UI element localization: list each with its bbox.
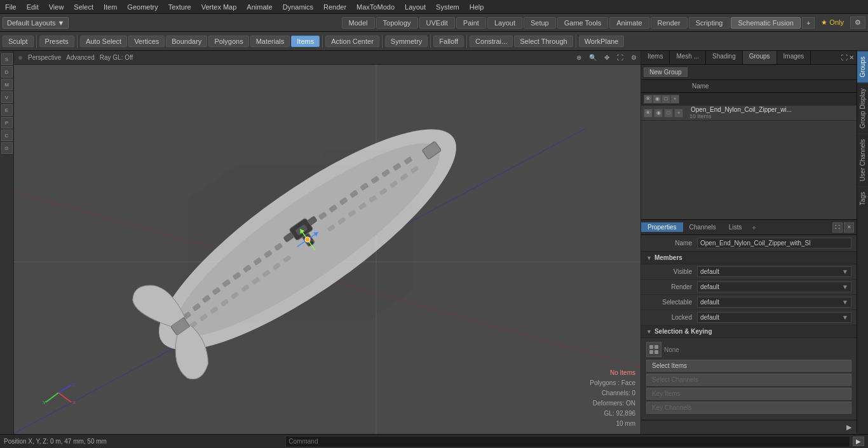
star-only-button[interactable]: ★ Only xyxy=(816,17,849,28)
select-through-button[interactable]: Select Through xyxy=(514,36,573,47)
workplane-button[interactable]: WorkPlane xyxy=(579,36,625,47)
rp-tab-groups[interactable]: Groups xyxy=(743,51,777,64)
gi-add-icon[interactable]: + xyxy=(674,109,683,118)
viewport-canvas[interactable]: X Z Y No Items Polygons : Face Channels:… xyxy=(14,65,641,434)
sculpt-button[interactable]: Sculpt xyxy=(3,36,34,47)
sel-key-section-header[interactable]: ▼ Selection & Keying xyxy=(641,325,857,338)
gi-eye-icon[interactable]: 👁 xyxy=(644,95,653,104)
layout-tab-uvedit[interactable]: UVEdit xyxy=(419,17,455,29)
action-center-button[interactable]: Action Center xyxy=(325,36,379,47)
sidebar-tool-6[interactable]: P xyxy=(1,117,13,128)
menu-select[interactable]: Select xyxy=(69,2,98,12)
visible-dropdown[interactable]: default ▼ xyxy=(697,266,851,277)
layout-dropdown[interactable]: Default Layouts ▼ xyxy=(3,17,69,29)
menu-animate[interactable]: Animate xyxy=(241,2,277,12)
menu-file[interactable]: File xyxy=(0,2,22,12)
sidebar-tool-4[interactable]: V xyxy=(1,92,13,103)
polygons-button[interactable]: Polygons xyxy=(208,36,248,47)
layout-tab-gametools[interactable]: Game Tools xyxy=(557,17,609,29)
viewport-zoom-icon[interactable]: 🔍 xyxy=(589,54,597,61)
command-input-area[interactable] xyxy=(285,436,850,447)
presets-button[interactable]: Presets xyxy=(39,36,74,47)
menu-maxtomodo[interactable]: MaxToModo xyxy=(351,2,400,12)
rs-tab-groups[interactable]: Groups xyxy=(857,51,868,83)
layout-tab-render[interactable]: Render xyxy=(651,17,688,29)
rs-tab-group-display[interactable]: Group Display xyxy=(857,83,868,133)
gi-vis-icon[interactable]: 👁 xyxy=(644,109,653,118)
command-exec-button[interactable]: ▶ xyxy=(853,437,864,446)
viewport-fit-icon[interactable]: ⛶ xyxy=(617,54,623,61)
panel-expand-icon[interactable]: ⛶ xyxy=(841,54,848,61)
select-items-button[interactable]: Select Items xyxy=(646,360,851,372)
menu-geometry[interactable]: Geometry xyxy=(122,2,163,12)
layout-add-tab[interactable]: + xyxy=(802,17,815,29)
rp-tab-mesh[interactable]: Mesh ... xyxy=(670,51,706,64)
rs-tab-user-channels[interactable]: User Channels xyxy=(857,133,868,186)
layout-settings[interactable]: ⚙ xyxy=(850,17,865,29)
panel-collapse-icon[interactable]: ✕ xyxy=(849,54,854,61)
gi-plus-icon[interactable]: + xyxy=(670,95,679,104)
sidebar-tool-7[interactable]: C xyxy=(1,130,13,141)
items-button[interactable]: Items xyxy=(291,36,320,47)
command-input[interactable] xyxy=(288,438,847,445)
layout-tab-topology[interactable]: Topology xyxy=(376,17,418,29)
group-item[interactable]: 👁 ◉ □ + Open_End_Nylon_Coil_Zipper_wi...… xyxy=(641,105,857,121)
menu-render[interactable]: Render xyxy=(318,2,351,12)
sidebar-tool-2[interactable]: D xyxy=(1,66,13,78)
sidebar-tool-8[interactable]: ⊙ xyxy=(1,142,13,154)
falloff-button[interactable]: Falloff xyxy=(433,36,464,47)
viewport-pan-icon[interactable]: ✥ xyxy=(604,54,609,61)
sidebar-tool-3[interactable]: M xyxy=(1,79,13,90)
props-tab-lists[interactable]: Lists xyxy=(722,222,749,232)
sidebar-tool-5[interactable]: E xyxy=(1,104,13,116)
menu-view[interactable]: View xyxy=(44,2,69,12)
viewport-settings-icon[interactable]: ⚙ xyxy=(631,54,637,61)
menu-item[interactable]: Item xyxy=(98,2,122,12)
sidebar-tool-1[interactable]: S xyxy=(1,53,13,65)
rs-tab-tags[interactable]: Tags xyxy=(857,186,868,210)
props-action-collapse[interactable]: ✕ xyxy=(844,222,854,233)
gi-rend-icon[interactable]: ◉ xyxy=(654,109,663,118)
menu-layout[interactable]: Layout xyxy=(400,2,431,12)
selectable-dropdown[interactable]: default ▼ xyxy=(697,297,851,308)
layout-tab-paint[interactable]: Paint xyxy=(456,17,486,29)
props-tab-properties[interactable]: Properties xyxy=(641,222,683,232)
gi-sel-icon[interactable]: □ xyxy=(664,109,673,118)
members-section-header[interactable]: ▼ Members xyxy=(641,252,857,264)
menu-texture[interactable]: Texture xyxy=(163,2,196,12)
locked-dropdown[interactable]: default ▼ xyxy=(697,312,851,323)
new-group-button[interactable]: New Group xyxy=(644,67,688,77)
name-input[interactable] xyxy=(697,238,851,248)
layout-tab-setup[interactable]: Setup xyxy=(524,17,556,29)
select-channels-button[interactable]: Select Channels xyxy=(646,374,851,386)
key-channels-button[interactable]: Key Channels xyxy=(646,402,851,414)
gi-geo-icon[interactable]: □ xyxy=(661,95,670,104)
props-expand-arrow[interactable]: ▶ xyxy=(846,423,851,431)
layout-tab-layout[interactable]: Layout xyxy=(487,17,522,29)
boundary-button[interactable]: Boundary xyxy=(166,36,207,47)
auto-select-button[interactable]: Auto Select xyxy=(80,36,127,47)
vertices-button[interactable]: Vertices xyxy=(128,36,165,47)
menu-edit[interactable]: Edit xyxy=(22,2,44,12)
layout-tab-animate[interactable]: Animate xyxy=(609,17,649,29)
layout-tab-scripting[interactable]: Scripting xyxy=(689,17,730,29)
rp-tab-shading[interactable]: Shading xyxy=(706,51,743,64)
props-tab-add[interactable]: + xyxy=(748,222,759,233)
layout-tab-schematic[interactable]: Schematic Fusion xyxy=(731,17,800,29)
key-items-button[interactable]: Key Items xyxy=(646,388,851,400)
menu-vertex-map[interactable]: Vertex Map xyxy=(196,2,242,12)
gi-render-icon[interactable]: ◉ xyxy=(653,95,661,104)
menu-help[interactable]: Help xyxy=(465,2,489,12)
constraints-button[interactable]: Constrai... xyxy=(470,36,513,47)
rp-tab-items[interactable]: Items xyxy=(641,51,670,64)
materials-button[interactable]: Materials xyxy=(250,36,290,47)
viewport[interactable]: Perspective Advanced Ray GL: Off ⊕ 🔍 ✥ ⛶… xyxy=(14,51,641,434)
layout-tab-model[interactable]: Model xyxy=(342,17,375,29)
symmetry-button[interactable]: Symmetry xyxy=(385,36,428,47)
menu-system[interactable]: System xyxy=(431,2,465,12)
props-action-expand[interactable]: ⛶ xyxy=(832,222,843,233)
render-dropdown[interactable]: default ▼ xyxy=(697,282,851,292)
viewport-orbit-icon[interactable]: ⊕ xyxy=(576,54,581,61)
props-tab-channels[interactable]: Channels xyxy=(683,222,722,232)
menu-dynamics[interactable]: Dynamics xyxy=(278,2,318,12)
